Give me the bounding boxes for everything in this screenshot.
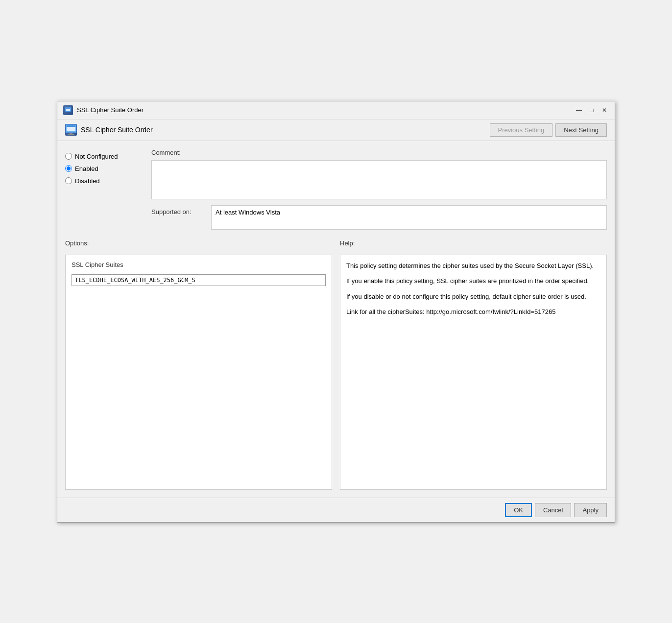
cipher-suites-label: SSL Cipher Suites — [72, 261, 326, 268]
cipher-suites-input[interactable] — [72, 274, 326, 286]
window-title: SSL Cipher Suite Order — [77, 106, 144, 114]
toolbar-title: SSL Cipher Suite Order — [81, 126, 153, 134]
help-text-3: If you disable or do not configure this … — [346, 292, 600, 302]
not-configured-option[interactable]: Not Configured — [65, 153, 144, 160]
cancel-button[interactable]: Cancel — [535, 503, 571, 517]
options-label-container: Options: — [65, 240, 332, 247]
options-panel: SSL Cipher Suites — [65, 255, 332, 490]
not-configured-radio[interactable] — [65, 153, 72, 160]
disabled-label: Disabled — [75, 177, 100, 185]
options-label: Options: — [65, 240, 89, 247]
window-controls: — □ ✕ — [575, 106, 609, 115]
toolbar-icon — [65, 124, 77, 136]
svg-rect-7 — [68, 134, 74, 135]
toolbar: SSL Cipher Suite Order Previous Setting … — [57, 120, 615, 141]
footer: OK Cancel Apply — [57, 498, 615, 522]
enabled-label: Enabled — [75, 165, 98, 172]
comment-label: Comment: — [151, 149, 607, 156]
not-configured-label: Not Configured — [75, 153, 118, 160]
content-area: Not Configured Enabled Disabled Comment:… — [57, 141, 615, 498]
maximize-button[interactable]: □ — [587, 106, 596, 115]
panel-labels: Options: Help: — [65, 240, 607, 247]
help-panel: This policy setting determines the ciphe… — [340, 255, 607, 490]
window-icon — [63, 105, 73, 115]
toolbar-left: SSL Cipher Suite Order — [65, 124, 153, 136]
comment-section: Comment: — [151, 149, 607, 199]
top-section: Not Configured Enabled Disabled Comment: — [65, 149, 607, 199]
disabled-radio[interactable] — [65, 177, 72, 184]
help-text-1: This policy setting determines the ciphe… — [346, 261, 600, 271]
supported-section: Supported on: At least Windows Vista — [65, 205, 607, 230]
supported-label: Supported on: — [151, 205, 205, 216]
toolbar-right: Previous Setting Next Setting — [490, 123, 607, 137]
enabled-radio[interactable] — [65, 165, 72, 172]
close-button[interactable]: ✕ — [600, 106, 609, 115]
comment-input[interactable] — [151, 160, 607, 199]
title-bar-left: SSL Cipher Suite Order — [63, 105, 144, 115]
panels: SSL Cipher Suites This policy setting de… — [65, 255, 607, 490]
help-text-2: If you enable this policy setting, SSL c… — [346, 276, 600, 286]
help-content: This policy setting determines the ciphe… — [340, 255, 607, 490]
help-text-4: Link for all the cipherSuites: http://go… — [346, 307, 600, 317]
svg-rect-5 — [67, 125, 75, 127]
supported-value: At least Windows Vista — [211, 205, 607, 230]
help-label: Help: — [340, 240, 355, 247]
previous-setting-button[interactable]: Previous Setting — [490, 123, 553, 137]
ok-button[interactable]: OK — [505, 503, 532, 517]
options-content: SSL Cipher Suites — [65, 255, 332, 490]
enabled-option[interactable]: Enabled — [65, 165, 144, 172]
title-bar: SSL Cipher Suite Order — □ ✕ — [57, 101, 615, 120]
help-label-container: Help: — [340, 240, 607, 247]
main-window: SSL Cipher Suite Order — □ ✕ SSL Cipher … — [57, 101, 615, 523]
minimize-button[interactable]: — — [575, 106, 583, 115]
radio-group: Not Configured Enabled Disabled — [65, 149, 144, 199]
apply-button[interactable]: Apply — [574, 503, 607, 517]
next-setting-button[interactable]: Next Setting — [555, 123, 607, 137]
disabled-option[interactable]: Disabled — [65, 177, 144, 185]
svg-rect-2 — [66, 108, 70, 109]
